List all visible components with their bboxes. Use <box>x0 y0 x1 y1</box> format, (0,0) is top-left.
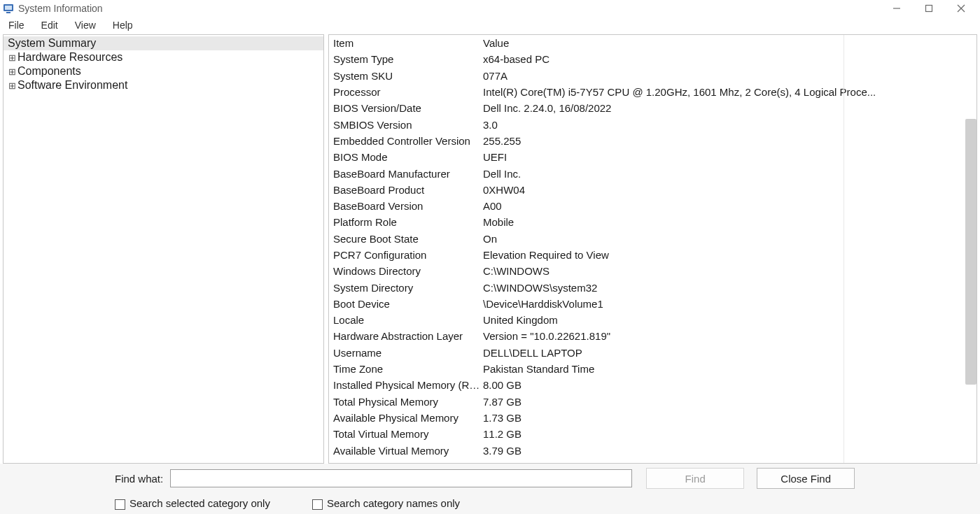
cell-item: System Directory <box>329 282 482 294</box>
cell-item: Username <box>329 347 482 359</box>
cell-value: Mobile <box>482 216 976 228</box>
find-input[interactable] <box>170 469 632 487</box>
cell-value: 3.0 <box>482 119 976 131</box>
cell-value: 11.2 GB <box>482 428 976 440</box>
grid-row[interactable]: BIOS Version/DateDell Inc. 2.24.0, 16/08… <box>329 100 976 116</box>
cell-value: On <box>482 233 976 245</box>
scrollbar-thumb[interactable] <box>965 119 976 385</box>
opt-selected-category[interactable]: Search selected category only <box>115 497 270 510</box>
checkbox-icon[interactable] <box>115 499 125 510</box>
header-item[interactable]: Item <box>329 37 482 49</box>
find-button-label: Find <box>685 473 706 485</box>
grid-row[interactable]: LocaleUnited Kingdom <box>329 312 976 328</box>
cell-item: Total Physical Memory <box>329 396 482 408</box>
cell-value: A00 <box>482 200 976 212</box>
tree-node-hardware[interactable]: ⊞Hardware Resources <box>4 50 323 64</box>
cell-value: 8.00 GB <box>482 379 976 391</box>
details-grid[interactable]: Item Value System Typex64-based PCSystem… <box>329 35 976 463</box>
tree-node-label: Software Environment <box>18 79 127 91</box>
grid-row[interactable]: BaseBoard VersionA00 <box>329 198 976 214</box>
grid-row[interactable]: BaseBoard ManufacturerDell Inc. <box>329 165 976 181</box>
cell-value: 255.255 <box>482 135 976 147</box>
svg-rect-2 <box>6 12 10 13</box>
cell-value: Dell Inc. 2.24.0, 16/08/2022 <box>482 102 976 114</box>
find-label: Find what: <box>115 473 163 485</box>
category-tree[interactable]: System Summary ⊞Hardware Resources ⊞Comp… <box>3 34 324 464</box>
cell-item: SMBIOS Version <box>329 119 482 131</box>
grid-row[interactable]: Time ZonePakistan Standard Time <box>329 361 976 377</box>
cell-item: Windows Directory <box>329 265 482 277</box>
cell-value: Pakistan Standard Time <box>482 363 976 375</box>
maximize-button[interactable] <box>913 0 945 17</box>
grid-row[interactable]: Secure Boot StateOn <box>329 231 976 247</box>
menu-help[interactable]: Help <box>110 18 136 32</box>
cell-item: Available Virtual Memory <box>329 445 482 457</box>
cell-item: System SKU <box>329 70 482 82</box>
grid-row[interactable]: Total Physical Memory7.87 GB <box>329 394 976 410</box>
details-pane: Item Value System Typex64-based PCSystem… <box>328 34 977 464</box>
cell-value: 0XHW04 <box>482 184 976 196</box>
cell-value: Elevation Required to View <box>482 249 976 261</box>
grid-row[interactable]: Total Virtual Memory11.2 GB <box>329 426 976 442</box>
tree-node-label: Hardware Resources <box>18 51 122 63</box>
window-title: System Information <box>18 3 103 14</box>
menu-file[interactable]: File <box>6 18 27 32</box>
close-button[interactable] <box>945 0 977 17</box>
grid-row[interactable]: Hardware Abstraction LayerVersion = "10.… <box>329 328 976 344</box>
grid-row[interactable]: Boot Device\Device\HarddiskVolume1 <box>329 296 976 312</box>
cell-value: x64-based PC <box>482 53 976 65</box>
opt-category-names[interactable]: Search category names only <box>312 497 460 510</box>
cell-item: Installed Physical Memory (RAM) <box>329 379 482 391</box>
grid-row[interactable]: Platform RoleMobile <box>329 214 976 230</box>
grid-row[interactable]: System DirectoryC:\WINDOWS\system32 <box>329 279 976 295</box>
checkbox-icon[interactable] <box>312 499 323 510</box>
grid-row[interactable]: Available Physical Memory1.73 GB <box>329 410 976 426</box>
cell-value: 7.87 GB <box>482 396 976 408</box>
close-find-button-label: Close Find <box>780 473 831 485</box>
close-find-button[interactable]: Close Find <box>757 468 855 489</box>
minimize-button[interactable] <box>881 0 913 17</box>
cell-item: Secure Boot State <box>329 233 482 245</box>
app-icon <box>3 3 14 14</box>
cell-value: UEFI <box>482 151 976 163</box>
tree-node-components[interactable]: ⊞Components <box>4 64 323 78</box>
grid-row[interactable]: SMBIOS Version3.0 <box>329 116 976 132</box>
cell-item: BaseBoard Manufacturer <box>329 168 482 180</box>
grid-row[interactable]: PCR7 ConfigurationElevation Required to … <box>329 247 976 263</box>
cell-item: Hardware Abstraction Layer <box>329 330 482 342</box>
grid-row[interactable]: BaseBoard Product0XHW04 <box>329 182 976 198</box>
menu-view[interactable]: View <box>72 18 99 32</box>
cell-item: BaseBoard Version <box>329 200 482 212</box>
grid-header[interactable]: Item Value <box>329 35 976 51</box>
grid-row[interactable]: ProcessorIntel(R) Core(TM) i5-7Y57 CPU @… <box>329 84 976 100</box>
grid-row[interactable]: Installed Physical Memory (RAM)8.00 GB <box>329 377 976 393</box>
cell-value: United Kingdom <box>482 314 976 326</box>
cell-value: 1.73 GB <box>482 412 976 424</box>
grid-row[interactable]: System Typex64-based PC <box>329 51 976 67</box>
grid-row[interactable]: Windows DirectoryC:\WINDOWS <box>329 263 976 279</box>
find-button[interactable]: Find <box>646 468 744 489</box>
tree-node-label: Components <box>18 65 81 77</box>
header-value[interactable]: Value <box>482 37 976 49</box>
menu-edit[interactable]: Edit <box>38 18 61 32</box>
opt-category-names-label: Search category names only <box>327 497 460 509</box>
cell-item: Processor <box>329 86 482 98</box>
grid-row[interactable]: Available Virtual Memory3.79 GB <box>329 442 976 458</box>
cell-value: C:\WINDOWS <box>482 265 976 277</box>
grid-row[interactable]: System SKU077A <box>329 68 976 84</box>
expand-icon[interactable]: ⊞ <box>8 66 16 77</box>
cell-item: BIOS Version/Date <box>329 102 482 114</box>
find-bar: Find what: Find Close Find Search select… <box>0 464 980 514</box>
expand-icon[interactable]: ⊞ <box>8 80 16 91</box>
grid-row[interactable]: Embedded Controller Version255.255 <box>329 133 976 149</box>
expand-icon[interactable]: ⊞ <box>8 52 16 63</box>
window-controls <box>881 0 977 17</box>
tree-node-software[interactable]: ⊞Software Environment <box>4 78 323 92</box>
svg-rect-4 <box>926 6 932 12</box>
tree-root[interactable]: System Summary <box>4 36 323 50</box>
grid-row[interactable]: BIOS ModeUEFI <box>329 149 976 165</box>
cell-value: Version = "10.0.22621.819" <box>482 330 976 342</box>
cell-value: 077A <box>482 70 976 82</box>
grid-row[interactable]: UsernameDELL\DELL LAPTOP <box>329 345 976 361</box>
cell-item: PCR7 Configuration <box>329 249 482 261</box>
